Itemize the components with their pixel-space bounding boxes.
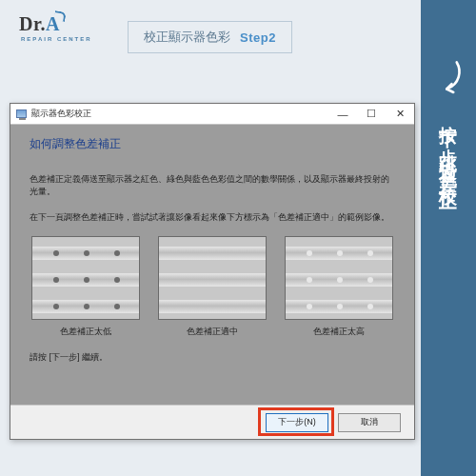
titlebar[interactable]: 顯示器色彩校正 — ☐ ✕ (10, 104, 414, 125)
monitor-icon (16, 109, 27, 118)
step-badge: 校正顯示器色彩 Step2 (128, 21, 292, 53)
sample-low-caption: 色差補正太低 (60, 326, 111, 338)
window-controls: — ☐ ✕ (328, 104, 414, 124)
paragraph-2: 在下一頁調整色差補正時，嘗試試著讓影像看起來像下方標示為「色差補正適中」的範例影… (30, 211, 395, 224)
sample-low: 色差補正太低 (31, 236, 140, 338)
badge-title: 校正顯示器色彩 (144, 29, 230, 46)
content-heading: 如何調整色差補正 (30, 136, 395, 152)
sample-mid-caption: 色差補正適中 (187, 326, 238, 338)
badge-step: Step2 (240, 30, 276, 45)
close-button[interactable]: ✕ (386, 104, 414, 124)
logo-accent: A (46, 13, 60, 34)
hint-text: 請按 [下一步] 繼續。 (30, 351, 395, 364)
calibration-window: 顯示器色彩校正 — ☐ ✕ 如何調整色差補正 色差補正定義傳送至顯示器之紅色、綠… (10, 103, 415, 440)
window-content: 如何調整色差補正 色差補正定義傳送至顯示器之紅色、綠色與藍色色彩值之間的數學關係… (10, 125, 414, 405)
maximize-button[interactable]: ☐ (357, 104, 386, 124)
sample-high-caption: 色差補正太高 (313, 326, 365, 338)
gamma-samples: 色差補正太低 色差補正適中 色差補正太高 (31, 236, 393, 338)
paragraph-1: 色差補正定義傳送至顯示器之紅色、綠色與藍色色彩值之間的數學關係，以及顯示器最終投… (30, 173, 395, 198)
sample-low-image (31, 236, 140, 320)
logo-prefix: Dr. (19, 13, 46, 34)
sample-mid-image (158, 236, 267, 320)
brand-logo: Dr.A (19, 13, 60, 35)
next-button[interactable]: 下一步(N) (266, 413, 328, 432)
sample-high-image (285, 236, 393, 320)
minimize-button[interactable]: — (328, 104, 357, 124)
sample-mid: 色差補正適中 (158, 236, 267, 338)
cancel-button[interactable]: 取消 (338, 413, 401, 432)
side-strip: 按下一步跳過色差校正 (421, 0, 476, 476)
window-footer: 下一步(N) 取消 (10, 405, 414, 439)
logo-subtitle: REPAIR CENTER (21, 36, 92, 42)
window-title: 顯示器色彩校正 (31, 108, 91, 120)
strip-text: 按下一步跳過色差校正 (438, 110, 460, 187)
curved-arrow-icon (431, 59, 466, 99)
sample-high: 色差補正太高 (285, 236, 393, 338)
